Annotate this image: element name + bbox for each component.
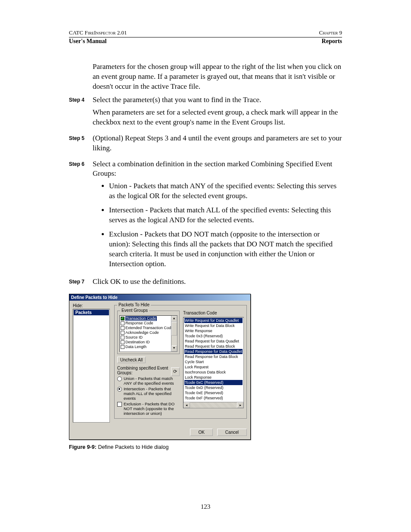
step-6-label: Step 6 [69,159,93,167]
header-left: CATC FireInspector 2.01 [69,29,127,36]
step-6-bullet-intersection: Intersection - Packets that match ALL of… [109,205,342,225]
combine-label: Combining specified Event Groups: [117,366,180,375]
step-7-line: Click OK to use the definitions. [93,277,342,287]
tc-item[interactable]: Write Response [184,328,243,333]
checkbox-icon[interactable] [121,317,125,320]
option-exclusion-label: Exclusion - Packets that DO NOT match (o… [124,401,180,416]
step-6-intro: Select a combination definition in the s… [93,159,342,179]
intro-paragraph: Parameters for the chosen group will app… [93,62,342,92]
scrollbar-vertical[interactable]: ▴ ▾ [171,316,177,352]
page-number: 123 [0,503,411,510]
event-groups-title: Event Groups [120,308,149,313]
cancel-button[interactable]: Cancel [217,429,247,436]
hide-label: Hide: [73,303,110,308]
step-7-label: Step 7 [69,277,93,285]
tc-item[interactable]: Lock Response [184,375,243,380]
tc-item[interactable]: Read Request for Data Quadlet [184,339,243,344]
dialog-define-packets-to-hide: Define Packets to Hide Hide: Packets Pac… [69,294,251,440]
step-6-bullet-exclusion: Exclusion - Packets that DO NOT match (o… [109,230,342,269]
figure-text: Define Packets to Hide dialog [97,444,168,450]
step-4-label: Step 4 [69,95,93,103]
option-union-label: Union - Packets that match ANY of the sp… [124,376,180,386]
tc-item[interactable]: Tcode 0xC (Reserved) [184,380,243,385]
hide-listbox[interactable]: Packets [73,309,110,423]
tc-item[interactable]: Write Request for Data Quadlet [184,318,243,323]
uncheck-all-button[interactable]: Uncheck All [117,357,146,363]
checkbox-icon[interactable] [121,326,125,330]
scroll-left-icon[interactable]: ◂ [184,402,190,408]
eg-item-destination-id[interactable]: Destination ID [125,340,150,345]
event-groups-listbox[interactable]: Transaction Code Response Code Extended … [119,315,177,352]
tc-item[interactable]: Write Request for Data Block [184,323,243,328]
tc-item[interactable]: Lock Request [184,364,243,370]
eg-item-extended-transaction-code[interactable]: Extended Transaction Code [125,326,173,330]
step-6-bullet-union: Union - Packets that match ANY of the sp… [109,181,342,201]
checkbox-icon[interactable] [121,336,125,339]
checkbox-icon[interactable] [121,331,125,335]
scrollbar-horizontal[interactable]: ◂ ▸ [184,402,243,408]
eg-item-transaction-code[interactable]: Transaction Code [125,316,157,321]
scroll-right-icon[interactable]: ▸ [237,402,243,408]
scroll-down-icon[interactable]: ▾ [171,345,177,352]
running-header: CATC FireInspector 2.01 Chapter 9 [69,29,342,36]
refresh-icon[interactable]: ⟳ [171,367,180,376]
tc-item[interactable]: Read Request for Data Block [184,344,243,349]
tc-item[interactable]: Tcode 0xD (Reserved) [184,385,243,390]
option-union[interactable]: Union - Packets that match ANY of the sp… [117,376,180,386]
figure-label: Figure 9-9: [69,444,97,450]
ok-button[interactable]: OK [190,429,212,436]
packets-to-hide-title: Packets To Hide [117,302,151,307]
event-groups-group: Event Groups Transaction Code Response C… [117,311,180,354]
eg-item-data-length[interactable]: Data Length [125,345,146,349]
tc-item[interactable]: Read Response for Data Quadlet [184,349,243,354]
page: CATC FireInspector 2.01 Chapter 9 User's… [0,0,411,532]
hide-item-packets[interactable]: Packets [74,310,109,315]
tc-item[interactable]: Cycle Start [184,359,243,364]
checkbox-icon[interactable] [121,345,125,349]
eg-item-source-id[interactable]: Source ID [125,335,143,340]
option-intersection-label: Intersection - Packets that match ALL of… [124,386,180,401]
figure-caption: Figure 9-9: Define Packets to Hide dialo… [69,444,342,450]
radio-icon[interactable] [117,387,122,392]
step-5-line: (Optional) Repeat Steps 3 and 4 until th… [93,134,342,153]
running-header-bold: User's Manual Reports [69,37,342,45]
tc-item[interactable]: Tcode 0xE (Reserved) [184,390,243,395]
dialog-titlebar: Define Packets to Hide [69,294,250,301]
scroll-thumb[interactable] [171,322,177,336]
tc-item[interactable]: Read Response for Data Block [184,354,243,359]
header-right: Chapter 9 [319,29,342,36]
option-exclusion[interactable]: Exclusion - Packets that DO NOT match (o… [117,401,180,416]
checkbox-icon[interactable] [121,321,125,325]
radio-icon[interactable] [117,376,122,381]
header-manual: User's Manual [69,38,107,45]
tc-item[interactable]: Tcode 0x3 (Reserved) [184,333,243,339]
packets-to-hide-group: Packets To Hide Event Groups Transaction… [114,305,247,419]
option-intersection[interactable]: Intersection - Packets that match ALL of… [117,386,180,401]
eg-item-acknowledge-code[interactable]: Acknowledge Code [125,330,159,335]
header-section: Reports [322,38,342,45]
tc-item[interactable]: Tcode 0xF (Reserved) [184,395,243,401]
checkbox-icon[interactable] [117,402,122,407]
step-4-line-2: When parameters are set for a selected e… [93,108,342,128]
transaction-code-listbox[interactable]: Write Request for Data Quadlet Write Req… [183,317,244,408]
transaction-code-title: Transaction Code [183,311,244,315]
tc-item[interactable]: Isochronous Data Block [184,370,243,375]
eg-item-response-code[interactable]: Response Code [125,321,153,326]
scroll-up-icon[interactable]: ▴ [171,316,177,322]
step-5-label: Step 5 [69,134,93,141]
step-4-line-1: Select the parameter(s) that you want to… [93,95,342,105]
checkbox-icon[interactable] [121,340,125,344]
